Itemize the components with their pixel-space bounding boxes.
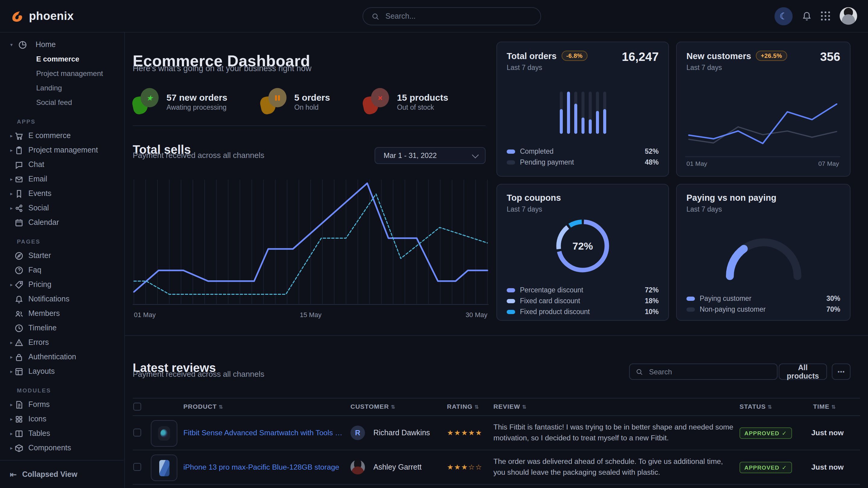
chevron-right-icon: ▸ [8,133,14,138]
sidebar-item-events[interactable]: ▸Events [0,186,124,201]
paying-gauge-chart [706,218,820,283]
sidebar-item-project-management[interactable]: ▸Project management [0,143,124,157]
theme-toggle-moon-icon[interactable]: ☾ [775,7,793,25]
new-customers-value: 356 [820,50,840,64]
row-checkbox[interactable] [133,429,141,436]
compass-icon [14,251,24,260]
user-avatar[interactable] [840,7,857,25]
sidebar-item-components[interactable]: ▸Components [0,441,124,455]
table-row: Fitbit Sense Advanced Smartwatch with To… [133,416,860,450]
chevron-right-icon: ▸ [8,148,14,153]
out-of-stock-x-icon: × [363,88,390,115]
sidebar: ▾ Home E commerce Project management Lan… [0,33,125,488]
sidebar-item-e-commerce[interactable]: ▸E commerce [0,128,124,143]
rating-stars: ★★★☆☆ [447,463,483,471]
page-subtitle: Here's what's going on at your business … [133,64,312,73]
global-search-input[interactable] [384,11,532,21]
all-products-button[interactable]: All products [779,363,827,380]
order-bar [581,92,584,134]
more-options-button[interactable]: ⋯ [832,363,850,380]
sidebar-item-errors[interactable]: ▸Errors [0,335,124,350]
sort-icon: ⇅ [474,404,479,410]
chevron-right-icon: ▸ [8,176,14,182]
product-link[interactable]: iPhone 13 pro max-Pacific Blue-128GB sto… [183,463,343,471]
collapsed-view-toggle[interactable]: ⇤ Collapsed View [0,460,124,488]
status-badge: APPROVED ✓ [740,462,792,473]
sidebar-item-landing[interactable]: Landing [0,81,124,95]
search-icon [372,12,379,20]
layout-icon [14,367,24,376]
total-sells-subtitle: Payment received across all channels [133,151,264,160]
reviews-rows: Fitbit Sense Advanced Smartwatch with To… [133,416,860,488]
sort-icon: ⇅ [522,404,527,410]
sort-icon: ⇅ [219,404,223,410]
product-link[interactable]: Fitbit Sense Advanced Smartwatch with To… [183,429,343,437]
sidebar-item-social-feed[interactable]: Social feed [0,95,124,110]
column-header-time[interactable]: TIME⇅ [813,403,836,410]
legend-row-pending-payment: Pending payment48% [507,157,659,168]
date-range-select[interactable]: Mar 1 - 31, 2022 [375,147,486,164]
column-header-status[interactable]: STATUS⇅ [740,403,772,410]
sidebar-item-layouts[interactable]: ▸Layouts [0,364,124,379]
apps-grid-icon[interactable] [821,11,831,21]
sidebar-item-social[interactable]: ▸Social [0,201,124,215]
order-bar [603,92,606,134]
sidebar-item-pricing[interactable]: ▸Pricing [0,277,124,292]
sort-icon: ⇅ [831,404,836,410]
clipboard-icon [14,145,24,155]
sidebar-item-notifications[interactable]: Notifications [0,292,124,306]
legend-row-paying-customer: Paying customer30% [686,293,840,304]
stat-out-of-stock: × 15 products Out of stock [363,88,448,115]
customer-name: Ashley Garrett [373,463,422,471]
column-header-review[interactable]: REVIEW⇅ [493,403,527,410]
row-checkbox[interactable] [133,463,141,471]
table-icon [14,429,24,438]
product-thumbnail[interactable] [151,420,177,447]
sidebar-item-calendar[interactable]: Calendar [0,215,124,230]
sidebar-item-tables[interactable]: ▸Tables [0,426,124,441]
sidebar-item-project-management-dashboard[interactable]: Project management [0,66,124,81]
sidebar-item-chat[interactable]: Chat [0,157,124,172]
stat-new-orders: ★ 57 new orders Awating processing [133,88,227,115]
chevron-right-icon: ▸ [8,354,14,360]
column-header-customer[interactable]: CUSTOMER⇅ [350,403,395,410]
sidebar-item-forms[interactable]: ▸Forms [0,397,124,412]
reviews-search-input[interactable] [648,367,771,377]
sidebar-item-starter[interactable]: Starter [0,248,124,263]
top-coupons-legend: Percentage discount72%Fixed card discoun… [507,285,659,317]
row-menu-dots[interactable]: ⋯ [836,463,844,472]
cart-icon [14,131,24,140]
reviews-search[interactable] [629,363,777,380]
main-content: Ecommerce Dashboard Here's what's going … [125,33,868,488]
bell-icon [14,294,24,303]
file-icon [14,400,24,409]
sidebar-item-faq[interactable]: Faq [0,263,124,277]
top-coupons-donut-chart: 72% [549,212,617,280]
sidebar-item-icons[interactable]: ▸Icons [0,412,124,426]
share-icon [14,203,24,213]
chevron-right-icon: ▸ [8,416,14,422]
global-search[interactable] [363,7,541,25]
sidebar-item-members[interactable]: Members [0,306,124,321]
legend-swatch [686,296,695,300]
brand[interactable]: phoenix [10,9,74,23]
calendar-icon [14,218,24,227]
sidebar-item-authentication[interactable]: ▸Authentication [0,350,124,364]
paying-vs-nonpaying-card: Paying vs non paying Last 7 days Paying … [676,184,850,321]
product-thumbnail[interactable] [151,455,177,481]
sidebar-item-home[interactable]: ▾ Home [0,37,124,52]
column-header-rating[interactable]: RATING⇅ [447,403,479,410]
sidebar-item-email[interactable]: ▸Email [0,172,124,186]
legend-swatch [507,310,515,314]
notifications-bell-icon[interactable] [802,11,812,21]
column-header-product[interactable]: PRODUCT⇅ [183,403,223,410]
legend-swatch [507,160,515,164]
paying-legend: Paying customer30%Non-paying customer70% [686,293,840,315]
row-menu-dots[interactable]: ⋯ [836,428,844,437]
sidebar-item-e-commerce-dashboard[interactable]: E commerce [0,52,124,66]
select-all-checkbox[interactable] [133,403,141,411]
chevron-right-icon: ▸ [8,445,14,451]
chevron-right-icon: ▸ [8,282,14,287]
sidebar-item-timeline[interactable]: Timeline [0,321,124,335]
grid4-icon [14,415,24,423]
